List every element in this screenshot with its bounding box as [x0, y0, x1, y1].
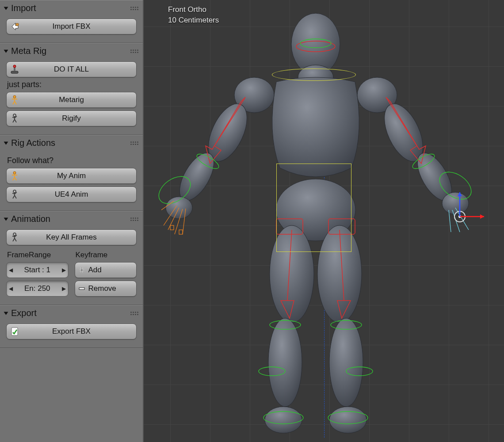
svg-point-26 — [265, 407, 302, 433]
svg-rect-1 — [11, 71, 18, 73]
joystick-icon — [7, 64, 23, 75]
button-label: UE4 Anim — [23, 190, 136, 199]
key-all-frames-button[interactable]: Key All Frames — [6, 229, 137, 245]
button-label: Rigify — [23, 114, 136, 123]
disclosure-triangle-icon — [4, 141, 8, 145]
chevron-right-icon[interactable]: ▶ — [60, 267, 68, 273]
pose-figure-icon — [7, 189, 23, 200]
panel-header-rig-actions[interactable]: Rig Actions — [0, 135, 143, 151]
svg-point-27 — [329, 407, 367, 433]
chevron-left-icon[interactable]: ◀ — [7, 267, 15, 273]
disclosure-triangle-icon — [4, 50, 8, 53]
neck-control-ring[interactable] — [272, 69, 356, 81]
pose-figure-icon — [7, 232, 23, 243]
button-label: My Anim — [23, 171, 136, 180]
ue4-anim-button[interactable]: UE4 Anim — [6, 187, 137, 202]
button-label: Export FBX — [23, 327, 136, 336]
pose-figure-icon — [7, 113, 23, 124]
frame-start-field[interactable]: ◀ Start : 1 ▶ — [6, 262, 69, 278]
drag-grip-icon[interactable] — [130, 7, 138, 10]
panel-title: Rig Actions — [11, 138, 130, 148]
rigify-button[interactable]: Rigify — [6, 110, 137, 126]
button-label: Add — [88, 266, 137, 274]
translate-gizmo[interactable] — [447, 190, 486, 230]
svg-marker-49 — [458, 192, 462, 196]
keyframe-add-button[interactable]: Add — [75, 262, 137, 278]
plus-icon — [75, 266, 88, 274]
disclosure-triangle-icon — [4, 217, 8, 221]
panel-animation: Animation Key All Frames FrameRange ◀ St… — [0, 211, 143, 305]
just-parts-label: just parts: — [7, 80, 136, 89]
drag-grip-icon[interactable] — [130, 141, 138, 145]
panel-header-meta-rig[interactable]: Meta Rig — [0, 43, 143, 59]
chevron-left-icon[interactable]: ◀ — [7, 286, 15, 292]
panel-title: Export — [11, 308, 130, 318]
panel-export: Export Export FBX — [0, 305, 143, 348]
my-anim-button[interactable]: My Anim — [6, 168, 137, 184]
svg-point-6 — [13, 171, 16, 174]
button-label: Key All Frames — [23, 233, 136, 242]
import-arrow-icon — [7, 21, 23, 32]
export-fbx-button[interactable]: Export FBX — [6, 324, 137, 339]
svg-rect-10 — [11, 328, 18, 335]
metarig-button[interactable]: Metarig — [6, 92, 137, 108]
button-label: Import FBX — [23, 22, 136, 31]
drag-grip-icon[interactable] — [130, 217, 138, 221]
button-label: Metarig — [23, 95, 136, 104]
svg-rect-43 — [179, 230, 183, 234]
frame-end-field[interactable]: ◀ En: 250 ▶ — [6, 281, 69, 297]
armature-person-icon — [7, 171, 23, 181]
svg-point-24 — [268, 318, 302, 407]
do-it-all-button[interactable]: DO IT ALL — [6, 61, 137, 77]
disclosure-triangle-icon — [4, 312, 8, 315]
button-label: Remove — [88, 284, 137, 293]
panel-import: Import Import FBX — [0, 0, 143, 43]
svg-point-3 — [13, 65, 16, 68]
panel-title: Import — [11, 3, 130, 13]
keyframe-label: Keyframe — [76, 251, 137, 259]
button-label: DO IT ALL — [23, 65, 136, 74]
svg-rect-9 — [79, 288, 84, 290]
disclosure-triangle-icon — [4, 7, 8, 10]
svg-point-5 — [13, 114, 16, 117]
chevron-right-icon[interactable]: ▶ — [60, 286, 68, 292]
svg-point-25 — [329, 318, 363, 407]
svg-rect-0 — [16, 23, 19, 26]
framerange-label: FrameRange — [7, 251, 69, 259]
panel-header-animation[interactable]: Animation — [0, 211, 143, 227]
field-value: En: 250 — [15, 284, 60, 293]
keyframe-remove-button[interactable]: Remove — [75, 281, 137, 297]
panel-title: Meta Rig — [11, 46, 130, 56]
panel-header-import[interactable]: Import — [0, 0, 143, 16]
export-sheet-icon — [7, 326, 23, 337]
panel-meta-rig: Meta Rig DO IT ALL just parts: Metarig — [0, 43, 143, 135]
follow-what-label: Follow what? — [7, 156, 136, 165]
viewport-3d[interactable]: Front Ortho 10 Centimeters — [144, 0, 504, 442]
svg-point-4 — [13, 95, 16, 98]
svg-point-8 — [13, 233, 16, 236]
svg-point-7 — [13, 190, 16, 193]
import-fbx-button[interactable]: Import FBX — [6, 19, 137, 34]
field-value: Start : 1 — [15, 266, 60, 274]
panel-rig-actions: Rig Actions Follow what? My Anim UE4 Ani… — [0, 135, 143, 211]
drag-grip-icon[interactable] — [130, 312, 138, 315]
minus-icon — [75, 285, 88, 293]
svg-marker-47 — [480, 214, 484, 219]
panel-header-export[interactable]: Export — [0, 305, 143, 321]
selection-box[interactable] — [276, 164, 351, 252]
armature-person-icon — [7, 95, 23, 105]
drag-grip-icon[interactable] — [130, 50, 138, 53]
panel-title: Animation — [11, 214, 130, 224]
svg-rect-42 — [170, 225, 174, 230]
tool-sidebar: Import Import FBX Meta Rig DO IT ALL — [0, 0, 144, 442]
